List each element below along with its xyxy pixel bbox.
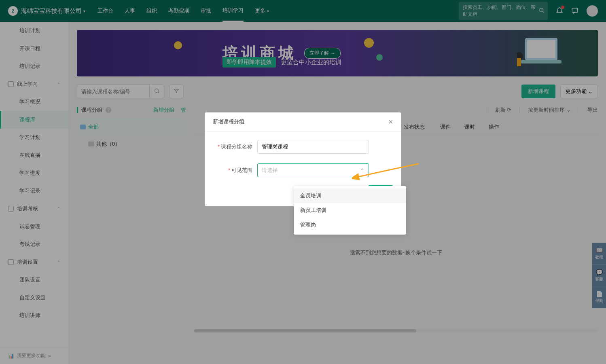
scope-select[interactable]: 请选择 ⌃: [257, 163, 369, 177]
modal-body: *课程分组名称 *可见范围 请选择 ⌃: [205, 132, 401, 185]
form-row-scope: *可见范围 请选择 ⌃: [213, 163, 369, 177]
modal-title: 新增课程分组: [213, 118, 244, 126]
dropdown-option[interactable]: 新员工培训: [294, 203, 406, 218]
scope-dropdown: 全员培训 新员工培训 管理岗: [294, 186, 406, 235]
group-name-input[interactable]: [257, 140, 369, 154]
chevron-up-icon: ⌃: [360, 167, 364, 174]
form-row-name: *课程分组名称: [213, 140, 369, 154]
dropdown-option[interactable]: 全员培训: [294, 188, 406, 203]
modal-head: 新增课程分组 ✕: [205, 112, 401, 132]
form-label: *可见范围: [213, 167, 257, 174]
modal-overlay: 新增课程分组 ✕ *课程分组名称 *可见范围 请选择 ⌃ 确认 全员培训 新员工…: [0, 0, 606, 364]
dropdown-option[interactable]: 管理岗: [294, 218, 406, 232]
form-label: *课程分组名称: [213, 143, 257, 150]
close-icon[interactable]: ✕: [388, 118, 393, 126]
